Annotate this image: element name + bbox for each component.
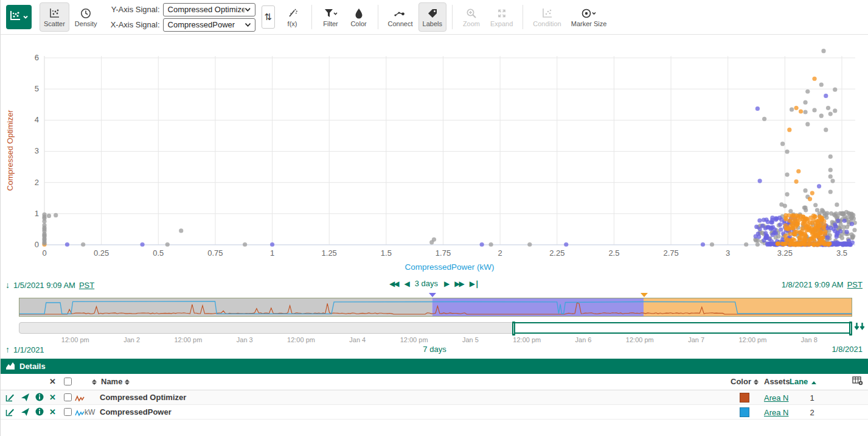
lane-number: 1 [805,393,819,403]
expand-label: Expand [490,20,513,27]
fx-tools-button[interactable]: f(x) [279,2,306,32]
details-panel-title: Details [19,362,46,371]
x-axis-signal-select[interactable]: CompressedPower [163,18,255,32]
step-size-label[interactable]: 3 days [415,279,438,288]
display-range-end-date[interactable]: 1/8/2021 9:09 AM [782,280,844,289]
edit-properties-icon[interactable] [5,393,15,404]
y-axis-signal-label: Y-Axis Signal: [108,5,160,14]
table-row[interactable]: ✕ Compressed Optimizer Area N 1 [1,390,868,405]
y-axis-signal-select[interactable]: Compressed Optimizer [163,3,255,16]
step-to-end-button[interactable]: ▶❘ [470,280,480,288]
date-axis-tick-label: Jan 8 [801,336,818,343]
column-header-lane[interactable]: Lane [790,377,816,386]
range-right-grip[interactable] [849,322,852,336]
table-row[interactable]: ✕ kW CompressedPower Area N 2 [1,405,868,420]
step-back-full-button[interactable]: ◀◀ [389,280,398,288]
unit-label: kW [85,408,95,417]
asset-link[interactable]: Area N [764,393,788,403]
color-swatch[interactable] [740,393,749,403]
svg-text:5: 5 [35,84,39,93]
connect-button[interactable]: Connect [384,2,417,32]
asset-swap-icon[interactable] [21,393,30,404]
svg-text:Compressed Optimizer: Compressed Optimizer [5,110,15,191]
date-axis-tick-label: 12:00 pm [738,336,766,343]
svg-text:0.5: 0.5 [153,248,164,258]
scatter-mode-icon [49,7,60,19]
fx-tools-label: f(x) [288,20,297,27]
column-header-color[interactable]: Color [731,377,759,386]
chart-type-dropdown-button[interactable] [6,5,32,29]
svg-text:3.25: 3.25 [777,248,793,258]
row-checkbox[interactable] [64,408,72,418]
marker-size-button[interactable]: Marker Size [567,2,611,32]
row-checkbox[interactable] [64,393,72,403]
item-name[interactable]: CompressedPower [100,407,172,417]
asset-link[interactable]: Area N [764,408,788,417]
sort-icon [754,379,759,385]
svg-text:0: 0 [42,248,46,258]
date-axis-tick-label: 12:00 pm [61,336,89,343]
scatter-plot[interactable]: 00.250.50.7511.251.51.7522.252.52.7533.2… [1,35,868,277]
date-axis-tick-label: Jan 3 [237,336,253,343]
toolbar-separator [452,5,453,29]
density-mode-button[interactable]: Density [71,2,102,32]
signal-icon [75,395,85,404]
timeline-strip[interactable] [19,298,852,317]
details-table-header: ✕ Name Color Assets Lane [1,374,868,390]
item-name[interactable]: Compressed Optimizer [100,393,186,402]
asset-swap-icon[interactable] [21,407,30,418]
clock-icon [80,7,91,19]
axis-signal-pickers: Y-Axis Signal: Compressed Optimizer X-Ax… [108,3,255,32]
sort-type-icon[interactable] [89,377,97,386]
color-button[interactable]: Color [345,2,372,32]
remove-all-icon[interactable]: ✕ [49,377,56,386]
auto-update-icon[interactable] [854,322,866,335]
remove-item-icon[interactable]: ✕ [49,407,56,417]
details-panel-header[interactable]: Details [1,359,868,374]
remove-item-icon[interactable]: ✕ [49,393,56,402]
svg-text:3: 3 [726,248,730,258]
chevron-down-icon [23,12,29,23]
step-forward-half-button[interactable]: ▶ [444,280,448,288]
add-column-icon[interactable] [852,376,863,387]
swap-axes-button[interactable]: ⇅ [262,5,275,29]
toolbar-separator [378,5,378,29]
date-axis-tick-label: Jan 2 [123,336,140,343]
svg-text:1: 1 [35,209,39,218]
svg-text:1.75: 1.75 [436,248,451,258]
labels-button[interactable]: Labels [418,2,446,32]
magic-wand-icon [287,7,298,19]
display-range-end-timezone[interactable]: PST [847,280,863,289]
range-left-grip[interactable] [512,322,515,336]
x-axis-signal-value: CompressedPower [168,20,235,29]
zoom-label: Zoom [463,20,480,27]
date-axis-tick-label: Jan 5 [462,336,479,343]
date-axis-tick-label: Jan 6 [575,336,592,343]
timeline-duration[interactable]: 7 days [1,345,868,354]
column-header-name[interactable]: Name [101,377,130,386]
expand-button: Expand [486,2,517,32]
droplet-icon [355,7,363,19]
scrollbar-track[interactable] [19,322,852,334]
svg-text:3.5: 3.5 [836,248,847,258]
scatter-mode-button[interactable]: Scatter [40,2,69,32]
item-info-icon[interactable] [35,407,44,418]
timeline-end-date[interactable]: 1/8/2021 [832,345,863,354]
color-swatch[interactable] [740,407,749,417]
sort-icon [125,379,130,385]
area-chart-icon [5,361,15,372]
edit-properties-icon[interactable] [5,407,15,418]
step-back-half-button[interactable]: ◀ [404,280,408,288]
select-chevron-icon [245,23,251,27]
range-step-controls: ◀◀ ◀ 3 days ▶ ▶▶ ▶❘ [1,279,868,288]
column-header-assets[interactable]: Assets [764,377,790,386]
select-all-checkbox[interactable] [64,378,72,387]
filter-button[interactable]: Filter [318,2,344,32]
labels-label: Labels [423,20,442,27]
zoom-button: Zoom [458,2,485,32]
investigate-range-scrollbar: 12:00 pmJan 212:00 pmJan 312:00 pmJan 41… [1,321,868,345]
selected-range-handle[interactable] [513,322,851,334]
item-info-icon[interactable] [35,393,44,403]
connect-label: Connect [388,20,413,27]
step-forward-full-button[interactable]: ▶▶ [454,280,463,288]
